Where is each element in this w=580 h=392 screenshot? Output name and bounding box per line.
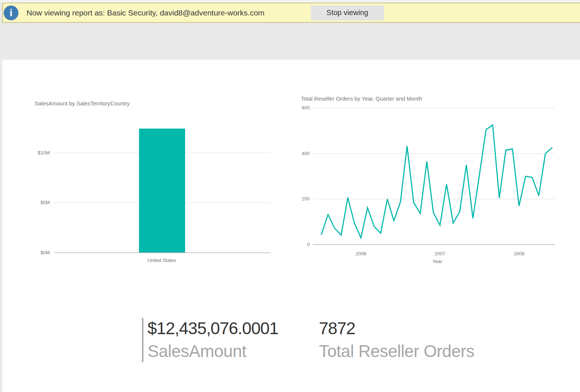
sales-amount-card-value: $12,435,076.0001 bbox=[147, 318, 278, 338]
bar-chart-title: SalesAmount by SalesTerritoryCountry bbox=[35, 100, 130, 106]
line-x-tick-2006: 2006 bbox=[346, 251, 376, 256]
line-y-tick-0: 0 bbox=[288, 242, 310, 247]
bar-y-tick-0m: $0M bbox=[24, 250, 50, 255]
stop-viewing-button[interactable]: Stop viewing bbox=[311, 6, 384, 20]
line-y-tick-200: 200 bbox=[288, 196, 310, 202]
bar-chart-plot bbox=[54, 124, 271, 259]
bar-y-tick-5m: $5M bbox=[24, 200, 50, 205]
card-divider bbox=[142, 318, 143, 362]
sales-amount-bar[interactable] bbox=[139, 129, 185, 253]
line-x-axis-title: Year bbox=[423, 259, 452, 264]
report-canvas: SalesAmount by SalesTerritoryCountry $0M… bbox=[2, 60, 580, 392]
line-x-tick-2008: 2008 bbox=[504, 251, 534, 256]
total-orders-card-value: 7872 bbox=[319, 318, 355, 338]
line-chart-plot bbox=[313, 104, 555, 248]
info-icon: i bbox=[4, 6, 18, 20]
line-chart-title: Total Reseller Orders by Year, Quarter a… bbox=[301, 95, 422, 102]
line-y-tick-400: 400 bbox=[288, 151, 310, 156]
total-orders-card-label: Total Reseller Orders bbox=[319, 341, 475, 361]
bar-y-tick-10m: $10M bbox=[24, 150, 50, 155]
window-top-margin bbox=[0, 0, 580, 3]
reseller-orders-line[interactable] bbox=[322, 125, 552, 238]
view-as-role-banner: i Now viewing report as: Basic Security,… bbox=[2, 3, 580, 23]
bar-x-category-label: United States bbox=[125, 258, 199, 263]
line-y-tick-600: 600 bbox=[288, 105, 310, 111]
banner-message: Now viewing report as: Basic Security, d… bbox=[27, 8, 264, 17]
sales-amount-card-label: SalesAmount bbox=[147, 341, 246, 361]
line-x-tick-2007: 2007 bbox=[425, 251, 455, 256]
